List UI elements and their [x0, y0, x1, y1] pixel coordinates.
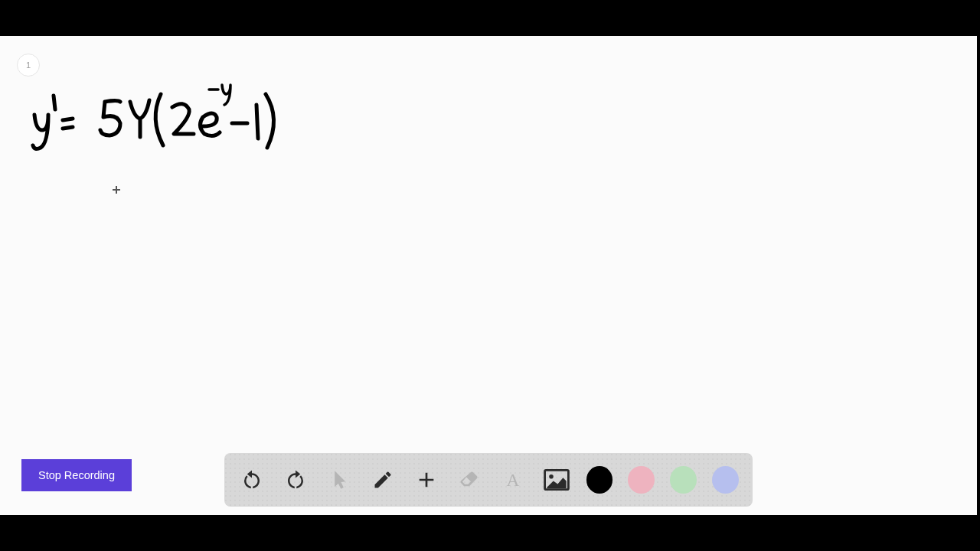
- undo-button[interactable]: [238, 465, 266, 494]
- stop-recording-button[interactable]: Stop Recording: [21, 459, 132, 491]
- svg-point-2: [549, 474, 554, 479]
- color-blue[interactable]: [712, 466, 739, 494]
- add-button[interactable]: [412, 465, 440, 494]
- image-button[interactable]: [543, 465, 571, 494]
- handwritten-equation: [27, 73, 287, 157]
- drawing-toolbar: A: [224, 453, 753, 507]
- redo-icon: [284, 468, 307, 491]
- eraser-button[interactable]: [456, 465, 484, 494]
- stop-recording-label: Stop Recording: [38, 469, 115, 481]
- plus-icon: [414, 468, 439, 492]
- crosshair-cursor: [113, 186, 120, 194]
- image-icon: [544, 469, 570, 491]
- text-button[interactable]: A: [499, 465, 528, 494]
- svg-text:A: A: [507, 470, 520, 490]
- pencil-icon: [372, 469, 394, 491]
- pointer-icon: [328, 469, 350, 491]
- color-black[interactable]: [586, 466, 613, 494]
- text-icon: A: [502, 469, 524, 491]
- undo-icon: [240, 468, 263, 491]
- page-number: 1: [26, 60, 31, 70]
- page-number-badge: 1: [17, 54, 40, 77]
- pencil-button[interactable]: [368, 465, 397, 494]
- pointer-button[interactable]: [325, 465, 354, 494]
- redo-button[interactable]: [282, 465, 310, 494]
- color-pink[interactable]: [628, 466, 655, 494]
- color-green[interactable]: [670, 466, 697, 494]
- eraser-icon: [459, 469, 480, 491]
